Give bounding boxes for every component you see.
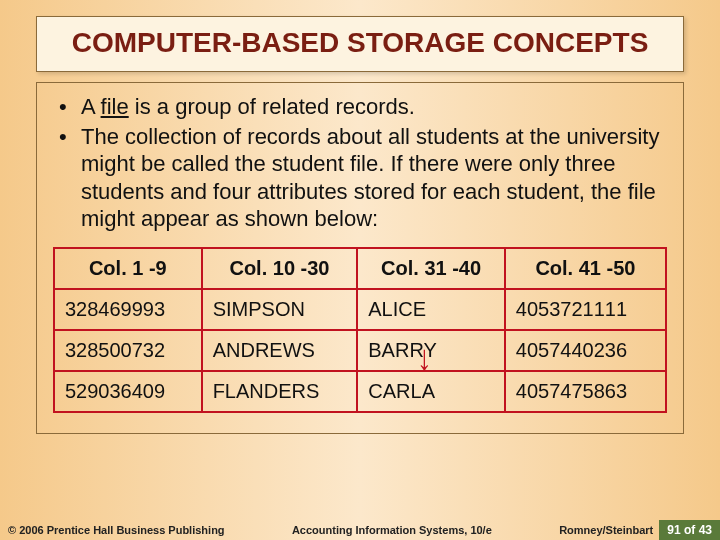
down-arrow-icon: ↓ bbox=[417, 338, 432, 379]
col-header-2: Col. 10 -30 bbox=[202, 248, 358, 289]
cell: 4053721111 bbox=[505, 289, 666, 330]
footer-copyright: © 2006 Prentice Hall Business Publishing bbox=[0, 524, 225, 536]
footer-center: Accounting Information Systems, 10/e bbox=[225, 524, 560, 536]
page-badge: 91 of 43 bbox=[659, 520, 720, 540]
cell: ALICE bbox=[357, 289, 505, 330]
cell: 4057475863 bbox=[505, 371, 666, 412]
cell: 328469993 bbox=[54, 289, 202, 330]
cell: 529036409 bbox=[54, 371, 202, 412]
cell: SIMPSON bbox=[202, 289, 358, 330]
bullet-1-prefix: A bbox=[81, 94, 101, 119]
content-box: A file is a group of related records. Th… bbox=[36, 82, 684, 434]
title-box: COMPUTER-BASED STORAGE CONCEPTS bbox=[36, 16, 684, 72]
bullet-1: A file is a group of related records. bbox=[53, 93, 667, 121]
table-row: 529036409 FLANDERS CARLA 4057475863 bbox=[54, 371, 666, 412]
cell: 4057440236 bbox=[505, 330, 666, 371]
bullet-2: The collection of records about all stud… bbox=[53, 123, 667, 233]
student-file-table: Col. 1 -9 Col. 10 -30 Col. 31 -40 Col. 4… bbox=[53, 247, 667, 413]
col-header-4: Col. 41 -50 bbox=[505, 248, 666, 289]
table-row: 328469993 SIMPSON ALICE 4053721111 bbox=[54, 289, 666, 330]
col-header-3: Col. 31 -40 bbox=[357, 248, 505, 289]
cell: FLANDERS bbox=[202, 371, 358, 412]
table-row: 328500732 ANDREWS BARRY 4057440236 bbox=[54, 330, 666, 371]
cell: 328500732 bbox=[54, 330, 202, 371]
cell: ANDREWS bbox=[202, 330, 358, 371]
col-header-1: Col. 1 -9 bbox=[54, 248, 202, 289]
bullet-1-underlined: file bbox=[101, 94, 129, 119]
slide-title: COMPUTER-BASED STORAGE CONCEPTS bbox=[45, 27, 675, 59]
bullet-list: A file is a group of related records. Th… bbox=[53, 93, 667, 233]
table-header-row: Col. 1 -9 Col. 10 -30 Col. 31 -40 Col. 4… bbox=[54, 248, 666, 289]
footer-authors: Romney/Steinbart bbox=[559, 524, 653, 536]
bullet-1-suffix: is a group of related records. bbox=[129, 94, 415, 119]
footer: © 2006 Prentice Hall Business Publishing… bbox=[0, 520, 720, 540]
